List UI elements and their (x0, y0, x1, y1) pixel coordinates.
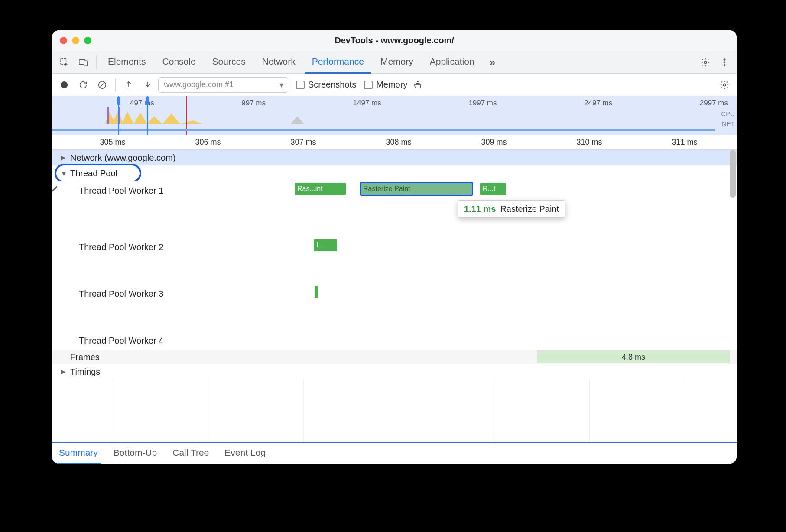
tab-memory[interactable]: Memory (374, 51, 420, 74)
worker-3-label: Thread Pool Worker 3 (61, 288, 191, 300)
profile-select[interactable]: www.google.com #1 (158, 77, 288, 93)
divider (96, 56, 97, 69)
svg-point-4 (724, 58, 725, 60)
checkbox-box-icon (296, 81, 305, 89)
overview-tick: 2497 ms (584, 99, 612, 107)
frame-bar[interactable]: 4.8 ms (537, 350, 730, 363)
thread-pool-label: Thread Pool (70, 169, 117, 178)
main-tabs: Elements Console Sources Network Perform… (101, 51, 501, 74)
memory-label: Memory (376, 80, 407, 90)
ruler-tick: 310 ms (576, 138, 602, 147)
network-track-label: Network (www.google.com) (70, 153, 175, 163)
ruler-tick: 305 ms (100, 138, 125, 147)
performance-toolbar: www.google.com #1 Screenshots Memory (52, 74, 737, 96)
task-item[interactable] (315, 286, 318, 298)
tab-console[interactable]: Console (156, 51, 203, 74)
profile-select-value: www.google.com #1 (164, 80, 234, 89)
task-tooltip: 1.11 ms Rasterize Paint (458, 200, 565, 218)
timings-label: Timings (70, 367, 100, 377)
device-toolbar-icon[interactable] (75, 54, 92, 71)
more-tabs-icon[interactable]: » (484, 54, 501, 71)
devtools-window: DevTools - www.google.com/ Elements Cons… (52, 30, 737, 464)
download-profile-icon[interactable] (139, 76, 156, 94)
capture-settings-gear-icon[interactable] (716, 76, 733, 94)
record-button-icon[interactable] (55, 76, 73, 94)
tab-bottom-up[interactable]: Bottom-Up (111, 442, 159, 464)
tab-summary[interactable]: Summary (56, 442, 101, 464)
ruler-tick: 311 ms (672, 138, 697, 147)
tab-event-log[interactable]: Event Log (222, 442, 268, 464)
ruler-tick: 309 ms (481, 138, 507, 147)
window-title: DevTools - www.google.com/ (52, 36, 737, 45)
tab-application[interactable]: Application (423, 51, 481, 74)
overview-net-bar (52, 129, 715, 131)
edit-icon[interactable] (52, 185, 59, 195)
network-track-header[interactable]: ▶ Network (www.google.com) (52, 150, 737, 165)
task-rasterize-paint[interactable]: Ras...int (295, 183, 346, 195)
thread-pool-worker-2-track[interactable]: Thread Pool Worker 2 I... (52, 237, 737, 284)
task-rasterize-paint[interactable]: R...t (480, 183, 506, 195)
svg-point-5 (724, 62, 725, 63)
inspect-element-icon[interactable] (55, 54, 73, 71)
task-rasterize-paint-selected[interactable]: Rasterize Paint (361, 183, 472, 195)
overview-side-labels: CPU NET (721, 109, 735, 129)
flame-chart-panel[interactable]: ▶ Network (www.google.com) ▼ Thread Pool… (52, 150, 737, 442)
tooltip-name: Rasterize Paint (500, 204, 559, 214)
cpu-label: CPU (721, 109, 735, 119)
settings-gear-icon[interactable] (697, 54, 714, 71)
timings-track-header[interactable]: ▶ Timings (52, 364, 737, 380)
ruler-tick: 306 ms (195, 138, 221, 147)
overview-tick: 1497 ms (353, 99, 381, 107)
overview-ruler: 497 ms 997 ms 1497 ms 1997 ms 2497 ms 29… (52, 99, 737, 107)
kebab-menu-icon[interactable] (716, 54, 733, 71)
thread-pool-header[interactable]: ▼ Thread Pool (52, 165, 737, 181)
worker-4-label: Thread Pool Worker 4 (61, 334, 191, 347)
scrollbar-thumb[interactable] (730, 150, 736, 198)
timeline-overview[interactable]: 497 ms 997 ms 1497 ms 1997 ms 2497 ms 29… (52, 96, 737, 135)
overview-tick: 2997 ms (700, 99, 728, 107)
collapse-arrow-icon[interactable]: ▼ (61, 170, 68, 177)
thread-pool-worker-1-track[interactable]: Thread Pool Worker 1 Ras...int Rasterize… (52, 181, 737, 237)
svg-point-9 (723, 84, 726, 86)
overview-cpu-graph (52, 107, 715, 124)
overview-range-handle[interactable] (118, 96, 148, 135)
frames-track[interactable]: Frames 4.8 ms (52, 350, 737, 364)
tab-sources[interactable]: Sources (205, 51, 253, 74)
expand-arrow-icon[interactable]: ▶ (61, 368, 68, 376)
tab-elements[interactable]: Elements (101, 51, 153, 74)
screenshots-label: Screenshots (308, 80, 356, 90)
expand-arrow-icon[interactable]: ▶ (61, 154, 68, 162)
main-tabs-bar: Elements Console Sources Network Perform… (52, 51, 737, 74)
screenshots-checkbox[interactable]: Screenshots (296, 80, 356, 90)
divider (115, 78, 116, 91)
clear-icon[interactable] (94, 76, 111, 94)
tab-performance[interactable]: Performance (305, 51, 371, 74)
svg-point-6 (724, 64, 725, 65)
vertical-scrollbar[interactable] (730, 150, 736, 442)
titlebar: DevTools - www.google.com/ (52, 30, 737, 51)
worker-2-label: Thread Pool Worker 2 (61, 241, 191, 253)
frames-label: Frames (61, 352, 191, 362)
svg-rect-10 (107, 107, 109, 124)
svg-rect-2 (84, 61, 87, 66)
ruler-tick: 307 ms (290, 138, 316, 147)
detail-ruler[interactable]: 305 ms 306 ms 307 ms 308 ms 309 ms 310 m… (52, 135, 737, 150)
tooltip-duration: 1.11 ms (464, 204, 496, 214)
tab-network[interactable]: Network (255, 51, 302, 74)
ruler-tick: 308 ms (386, 138, 411, 147)
svg-point-7 (61, 81, 68, 88)
upload-profile-icon[interactable] (120, 76, 137, 94)
net-label: NET (721, 119, 735, 129)
collect-garbage-icon[interactable] (409, 76, 426, 94)
reload-record-icon[interactable] (75, 76, 92, 94)
thread-pool-worker-3-track[interactable]: Thread Pool Worker 3 (52, 284, 737, 331)
detail-tabs: Summary Bottom-Up Call Tree Event Log (52, 442, 737, 464)
overview-tick: 1997 ms (468, 99, 497, 107)
thread-pool-worker-4-track[interactable]: Thread Pool Worker 4 (52, 331, 737, 350)
memory-checkbox[interactable]: Memory (364, 80, 407, 90)
task-item[interactable]: I... (314, 239, 337, 251)
tab-call-tree[interactable]: Call Tree (170, 442, 211, 464)
svg-point-3 (704, 61, 707, 64)
checkbox-box-icon (364, 81, 373, 89)
overview-tick: 997 ms (241, 99, 266, 107)
